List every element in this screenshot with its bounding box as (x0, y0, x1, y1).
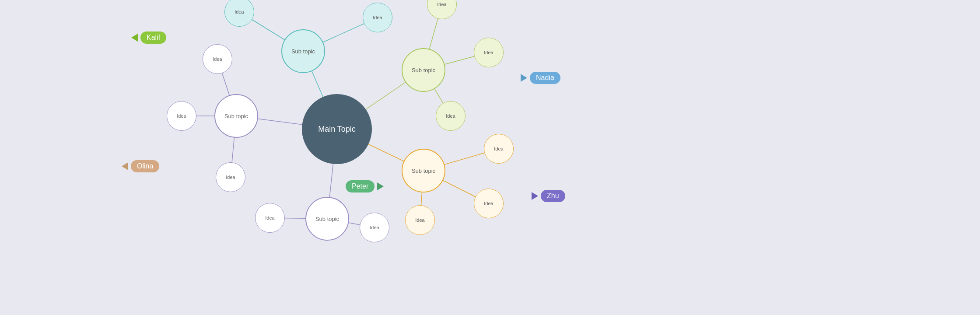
sub-topic-teal-top-label: Sub topic (291, 48, 315, 55)
sub-topic-purple-left-label: Sub topic (224, 113, 248, 119)
idea-purple-top[interactable]: Idea (203, 44, 232, 74)
kalif-cursor-icon (131, 34, 138, 42)
user-kalif: Kalif (131, 32, 166, 44)
peter-label: Peter (346, 180, 374, 192)
user-olina: Olina (122, 160, 159, 172)
olina-label: Olina (131, 160, 159, 172)
idea-green-bottom[interactable]: Idea (436, 101, 466, 131)
idea-green-right1[interactable]: Idea (474, 38, 504, 67)
idea-orange-bottom[interactable]: Idea (474, 189, 504, 218)
sub-topic-purple-bottom-label: Sub topic (315, 216, 339, 222)
peter-cursor-icon (377, 182, 384, 190)
nadia-label: Nadia (530, 72, 560, 84)
main-topic-node[interactable]: Main Topic (302, 94, 372, 164)
idea-purple-bottom2[interactable]: Idea (360, 213, 389, 242)
user-zhu: Zhu (532, 190, 565, 202)
sub-topic-green-topright[interactable]: Sub topic (402, 48, 445, 92)
idea-green-topright[interactable]: Idea (427, 0, 457, 19)
main-topic-label: Main Topic (318, 125, 356, 134)
zhu-label: Zhu (541, 190, 565, 202)
idea-teal-topleft[interactable]: Idea (224, 0, 254, 27)
sub-topic-teal-top[interactable]: Sub topic (281, 29, 325, 73)
idea-purple-left[interactable]: Idea (167, 101, 196, 131)
idea-purple-bottom[interactable]: Idea (216, 162, 245, 192)
olina-cursor-icon (122, 162, 128, 170)
sub-topic-green-topright-label: Sub topic (412, 67, 435, 74)
sub-topic-orange-right[interactable]: Sub topic (402, 149, 445, 192)
idea-teal-top[interactable]: Idea (363, 3, 392, 32)
sub-topic-purple-left[interactable]: Sub topic (214, 94, 258, 138)
idea-orange-bl[interactable]: Idea (405, 205, 435, 235)
user-nadia: Nadia (521, 72, 560, 84)
zhu-cursor-icon (532, 192, 538, 200)
idea-purple-bl[interactable]: Idea (255, 203, 285, 233)
user-peter: Peter (346, 180, 384, 192)
sub-topic-purple-bottom[interactable]: Sub topic (305, 197, 349, 241)
nadia-cursor-icon (521, 74, 527, 82)
sub-topic-orange-right-label: Sub topic (412, 168, 435, 174)
kalif-label: Kalif (140, 32, 166, 44)
idea-orange-top[interactable]: Idea (484, 134, 514, 164)
